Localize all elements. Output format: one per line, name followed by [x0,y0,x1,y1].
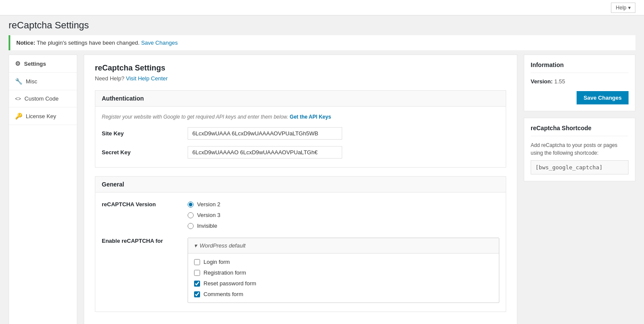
shortcode-card: reCaptcha Shortcode Add reCaptcha to you… [524,118,635,181]
secret-key-label: Secret Key [102,149,188,156]
login-form-option[interactable]: Login form [194,259,493,265]
registration-form-label: Registration form [204,269,246,276]
version3-option[interactable]: Version 3 [188,212,220,218]
version-row: reCAPTCHA Version Version 2 Version 3 In… [102,199,499,229]
comments-form-checkbox[interactable] [194,291,200,297]
general-section-header: General [95,176,506,193]
enable-section: ▾ WordPress default Login form Registrat… [188,238,499,303]
sidebar-item-license-key-label: License Key [26,113,56,119]
notice-message: The plugin's settings have been changed. [36,40,140,46]
content-title: reCaptcha Settings [95,64,506,73]
version-radio-group: Version 2 Version 3 Invisible [188,201,220,229]
site-key-label: Site Key [102,130,188,137]
enable-label: Enable reCAPTCHA for [102,238,188,244]
help-button[interactable]: Help ▾ [611,3,635,13]
registration-form-option[interactable]: Registration form [194,269,493,276]
enable-section-header-label: WordPress default [200,242,246,249]
comments-form-option[interactable]: Comments form [194,291,493,297]
save-changes-button[interactable]: Save Changes [577,91,629,104]
comments-form-label: Comments form [204,291,243,297]
version2-label: Version 2 [197,201,220,208]
shortcode-value: [bws_google_captcha] [531,160,629,174]
sidebar-item-misc-label: Misc [26,78,37,85]
notice-bar: Notice: The plugin's settings have been … [9,35,635,50]
invisible-label: Invisible [197,223,217,229]
sidebar-item-settings[interactable]: ⚙ Settings [9,55,77,73]
version-text-label: Version: [531,78,553,85]
page-title: reCaptcha Settings [0,15,644,33]
reset-password-form-label: Reset password form [204,280,256,287]
visit-help-center-link[interactable]: Visit Help Center [126,75,167,82]
help-arrow: ▾ [628,5,631,11]
information-card: Information Version: 1.55 Save Changes [524,55,635,111]
version2-option[interactable]: Version 2 [188,201,220,208]
login-form-checkbox[interactable] [194,259,200,265]
version3-label: Version 3 [197,212,220,218]
reset-password-form-checkbox[interactable] [194,281,200,287]
secret-key-row: Secret Key [102,146,499,159]
information-card-title: Information [531,61,629,73]
invisible-radio[interactable] [188,223,194,229]
version3-radio[interactable] [188,212,194,218]
top-bar: Help ▾ [0,0,644,15]
help-text-prefix: Need Help? [95,75,125,82]
registration-form-checkbox[interactable] [194,270,200,276]
help-label: Help [616,5,626,11]
custom-code-icon: <> [15,96,21,102]
enable-section-toggle[interactable]: ▾ WordPress default [188,238,499,254]
settings-icon: ⚙ [15,60,21,67]
sidebar-item-license-key[interactable]: 🔑 License Key [9,107,77,125]
version-label: reCAPTCHA Version [102,201,188,208]
sidebar-item-custom-code[interactable]: <> Custom Code [9,90,77,107]
general-section-body: reCAPTCHA Version Version 2 Version 3 In… [95,193,506,312]
right-panel: Information Version: 1.55 Save Changes r… [524,55,635,324]
help-text-row: Need Help? Visit Help Center [95,75,506,82]
collapse-icon: ▾ [194,242,197,249]
get-api-keys-link[interactable]: Get the API Keys [290,114,331,120]
license-key-icon: 🔑 [15,113,22,119]
auth-description: Register your website with Google to get… [102,113,499,121]
site-key-input[interactable] [188,127,342,140]
site-key-row: Site Key [102,127,499,140]
version-text: Version: 1.55 [531,78,629,85]
notice-prefix: Notice: [16,40,35,46]
auth-description-text: Register your website with Google to get… [102,114,288,120]
shortcode-card-title: reCaptcha Shortcode [531,125,629,136]
sidebar-item-settings-label: Settings [24,61,46,67]
invisible-option[interactable]: Invisible [188,223,220,229]
content-area: reCaptcha Settings Need Help? Visit Help… [84,55,517,324]
authentication-section-body: Register your website with Google to get… [95,107,506,168]
shortcode-description: Add reCaptcha to your posts or pages usi… [531,141,629,157]
enable-row: Enable reCAPTCHA for ▾ WordPress default… [102,235,499,303]
reset-password-form-option[interactable]: Reset password form [194,280,493,287]
version-value: 1.55 [554,78,565,85]
sidebar-item-misc[interactable]: 🔧 Misc [9,73,77,90]
secret-key-input[interactable] [188,146,342,159]
version2-radio[interactable] [188,202,194,208]
enable-section-body: Login form Registration form Reset passw… [188,254,499,303]
sidebar-item-custom-code-label: Custom Code [24,95,58,102]
main-layout: ⚙ Settings 🔧 Misc <> Custom Code 🔑 Licen… [0,55,644,324]
sidebar: ⚙ Settings 🔧 Misc <> Custom Code 🔑 Licen… [9,55,77,324]
notice-save-link[interactable]: Save Changes [141,40,178,46]
authentication-section-header: Authentication [95,90,506,107]
misc-icon: 🔧 [15,78,22,85]
login-form-label: Login form [204,259,230,265]
